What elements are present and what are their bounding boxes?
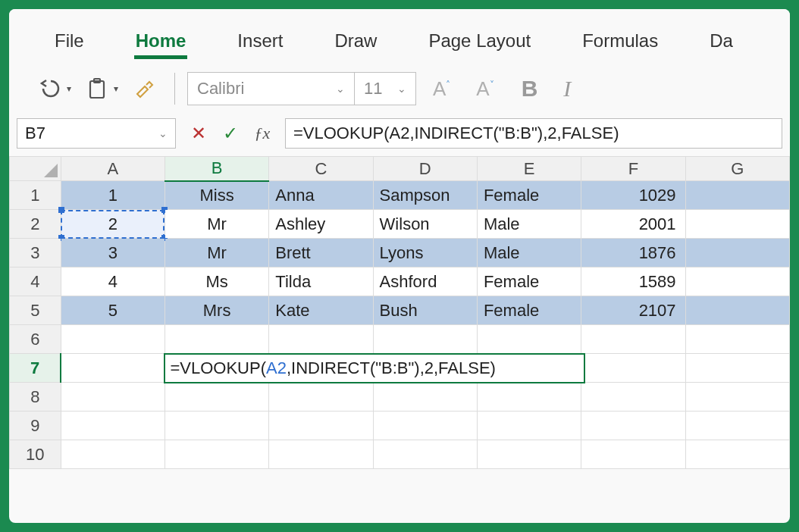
cell-C10[interactable] [269, 440, 373, 469]
cell-C6[interactable] [269, 325, 373, 354]
row-header-1[interactable]: 1 [10, 181, 61, 210]
col-header-B[interactable]: B [164, 157, 268, 181]
cell-B9[interactable] [164, 412, 268, 440]
row-header-7[interactable]: 7 [10, 354, 61, 383]
row-header-3[interactable]: 3 [10, 239, 61, 268]
cell-B10[interactable] [164, 440, 268, 469]
cell-C4[interactable]: Tilda [269, 268, 373, 296]
cell-C8[interactable] [269, 383, 373, 412]
cell-G5[interactable] [685, 296, 789, 325]
row-header-8[interactable]: 8 [10, 383, 61, 412]
tab-insert[interactable]: Insert [215, 18, 306, 61]
tab-draw[interactable]: Draw [312, 18, 400, 61]
row-header-4[interactable]: 4 [10, 268, 61, 296]
cell-A4[interactable]: 4 [61, 268, 164, 296]
cell-G6[interactable] [685, 325, 789, 354]
cell-D3[interactable]: Lyons [373, 239, 477, 268]
cell-A2[interactable]: 2 [61, 210, 164, 239]
row-header-9[interactable]: 9 [10, 412, 61, 440]
format-painter-button[interactable] [126, 72, 162, 105]
cell-B8[interactable] [164, 383, 268, 412]
col-header-A[interactable]: A [61, 157, 164, 181]
cancel-edit-button[interactable]: ✕ [185, 120, 212, 147]
increase-font-button[interactable]: A˄ [424, 77, 459, 101]
cell-B5[interactable]: Mrs [164, 296, 268, 325]
cell-G7[interactable] [685, 354, 789, 383]
cell-G1[interactable] [685, 181, 789, 210]
cell-E3[interactable]: Male [477, 239, 581, 268]
cell-F6[interactable] [581, 325, 685, 354]
cell-B4[interactable]: Ms [164, 268, 268, 296]
cell-E8[interactable] [477, 383, 581, 412]
formula-bar[interactable]: =VLOOKUP(A2,INDIRECT("B:B"),2,FALSE) [285, 118, 782, 149]
cell-F4[interactable]: 1589 [581, 268, 685, 296]
cell-C2[interactable]: Ashley [269, 210, 373, 239]
col-header-D[interactable]: D [373, 157, 477, 181]
cell-C1[interactable]: Anna [269, 181, 373, 210]
row-header-5[interactable]: 5 [10, 296, 61, 325]
cell-G9[interactable] [685, 412, 789, 440]
tab-formulas[interactable]: Formulas [559, 18, 681, 61]
cell-editor[interactable]: =VLOOKUP(A2,INDIRECT("B:B"),2,FALSE) [164, 353, 584, 383]
cell-E9[interactable] [477, 412, 581, 440]
cell-E2[interactable]: Male [477, 210, 581, 239]
tab-data-truncated[interactable]: Da [687, 18, 756, 61]
worksheet-grid[interactable]: A B C D E F G 1 1 Miss Anna Sampson Fema… [9, 156, 790, 469]
cell-B6[interactable] [164, 325, 268, 354]
cell-A5[interactable]: 5 [61, 296, 164, 325]
cell-B3[interactable]: Mr [164, 239, 268, 268]
cell-B2[interactable]: Mr [164, 210, 268, 239]
decrease-font-button[interactable]: A˅ [467, 77, 503, 101]
cell-B1[interactable]: Miss [164, 181, 268, 210]
clipboard-button[interactable] [79, 72, 115, 105]
font-name-select[interactable]: Calibri ⌄ [188, 73, 355, 105]
cell-D5[interactable]: Bush [373, 296, 477, 325]
cell-A10[interactable] [61, 440, 164, 469]
cell-D10[interactable] [373, 440, 477, 469]
col-header-F[interactable]: F [581, 157, 685, 181]
cell-F5[interactable]: 2107 [581, 296, 685, 325]
cell-A6[interactable] [61, 325, 164, 354]
undo-button[interactable] [32, 72, 68, 105]
cell-C3[interactable]: Brett [269, 239, 373, 268]
cell-C9[interactable] [269, 412, 373, 440]
cell-F7[interactable] [581, 354, 685, 383]
cell-F8[interactable] [581, 383, 685, 412]
cell-A8[interactable] [61, 383, 164, 412]
tab-home[interactable]: Home [113, 18, 209, 61]
clipboard-dropdown-icon[interactable]: ▾ [114, 83, 118, 94]
row-header-10[interactable]: 10 [10, 440, 61, 469]
cell-A1[interactable]: 1 [61, 181, 164, 210]
cell-A9[interactable] [61, 412, 164, 440]
cell-E10[interactable] [477, 440, 581, 469]
col-header-E[interactable]: E [477, 157, 581, 181]
cell-F10[interactable] [581, 440, 685, 469]
cell-D2[interactable]: Wilson [373, 210, 477, 239]
tab-page-layout[interactable]: Page Layout [406, 18, 553, 61]
select-all-corner[interactable] [10, 157, 61, 181]
cell-D4[interactable]: Ashford [373, 268, 477, 296]
cell-F2[interactable]: 2001 [581, 210, 685, 239]
cell-D1[interactable]: Sampson [373, 181, 477, 210]
tab-file[interactable]: File [32, 18, 107, 61]
cell-G2[interactable] [685, 210, 789, 239]
cell-E6[interactable] [477, 325, 581, 354]
bold-button[interactable]: B [511, 76, 549, 102]
cell-A7[interactable] [61, 354, 164, 383]
cell-E4[interactable]: Female [477, 268, 581, 296]
confirm-edit-button[interactable]: ✓ [217, 120, 244, 147]
cell-E1[interactable]: Female [477, 181, 581, 210]
italic-button[interactable]: I [556, 76, 578, 102]
cell-E5[interactable]: Female [477, 296, 581, 325]
cell-A3[interactable]: 3 [61, 239, 164, 268]
name-box[interactable]: B7 ⌄ [17, 118, 176, 149]
undo-dropdown-icon[interactable]: ▾ [67, 83, 71, 94]
cell-G10[interactable] [685, 440, 789, 469]
cell-D6[interactable] [373, 325, 477, 354]
cell-F1[interactable]: 1029 [581, 181, 685, 210]
cell-D8[interactable] [373, 383, 477, 412]
row-header-6[interactable]: 6 [10, 325, 61, 354]
cell-G8[interactable] [685, 383, 789, 412]
cell-G3[interactable] [685, 239, 789, 268]
insert-function-button[interactable]: ƒx [249, 120, 276, 147]
